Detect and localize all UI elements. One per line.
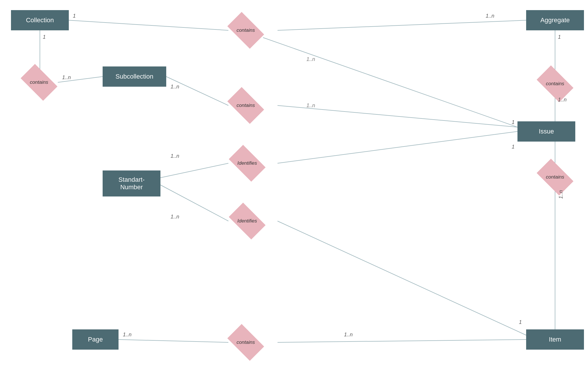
entity-page: Page	[72, 329, 119, 350]
svg-line-6	[278, 105, 517, 127]
mult-1n-std-identifies-bot: 1..n	[171, 214, 179, 220]
mult-1-issue-in-agg: 1	[512, 119, 515, 125]
entity-issue: Issue	[517, 121, 575, 142]
mult-1n-contains-sub-issue: 1..n	[306, 103, 315, 109]
entity-aggregate: Aggregate	[526, 10, 584, 30]
entity-subcollection: Subcollection	[103, 66, 166, 87]
mult-1-aggregate-down: 1	[558, 34, 561, 40]
diamond-contains-top: contains	[228, 20, 263, 40]
mult-1n-sub-out: 1..n	[171, 84, 179, 90]
connections-svg	[0, 0, 588, 371]
svg-line-15	[119, 340, 228, 342]
diamond-identifies-top: Identifies	[228, 153, 266, 173]
mult-1n-page-out: 1..n	[123, 332, 132, 338]
mult-1-issue-down: 1	[512, 144, 515, 150]
mult-1-item-in: 1	[519, 319, 522, 325]
diamond-contains-agg: contains	[538, 74, 572, 94]
mult-1n-agg-down: 1..n	[558, 97, 567, 103]
diamond-contains-left: contains	[22, 72, 56, 92]
diamond-contains-issue: contains	[538, 167, 572, 187]
mult-1-collection-down: 1	[43, 34, 46, 40]
mult-1n-std-identifies-top: 1..n	[171, 153, 179, 159]
entity-item: Item	[526, 329, 584, 350]
svg-line-0	[69, 20, 228, 30]
entity-collection: Collection	[11, 10, 69, 30]
svg-line-11	[160, 163, 228, 178]
mult-1n-issue-item: 1..n	[558, 190, 564, 199]
diamond-identifies-bot: Identifies	[228, 211, 266, 231]
diamond-contains-sub: contains	[228, 95, 263, 116]
er-diagram: Collection Aggregate Subcollection Issue…	[0, 0, 588, 371]
mult-1n-contains-top-issue: 1..n	[306, 56, 315, 62]
diamond-contains-page: contains	[228, 332, 263, 353]
svg-line-5	[166, 77, 228, 105]
svg-line-16	[278, 340, 526, 342]
entity-standart-number: Standart- Number	[103, 170, 160, 196]
mult-1n-subcollection-in: 1..n	[62, 75, 71, 81]
mult-1n-page-item: 1..n	[344, 332, 353, 338]
mult-1-collection-out: 1	[73, 13, 76, 19]
svg-line-1	[278, 20, 526, 30]
svg-line-4	[263, 38, 517, 127]
mult-1n-aggregate-in: 1..n	[486, 13, 494, 19]
svg-line-12	[278, 131, 517, 163]
svg-line-14	[278, 221, 526, 335]
